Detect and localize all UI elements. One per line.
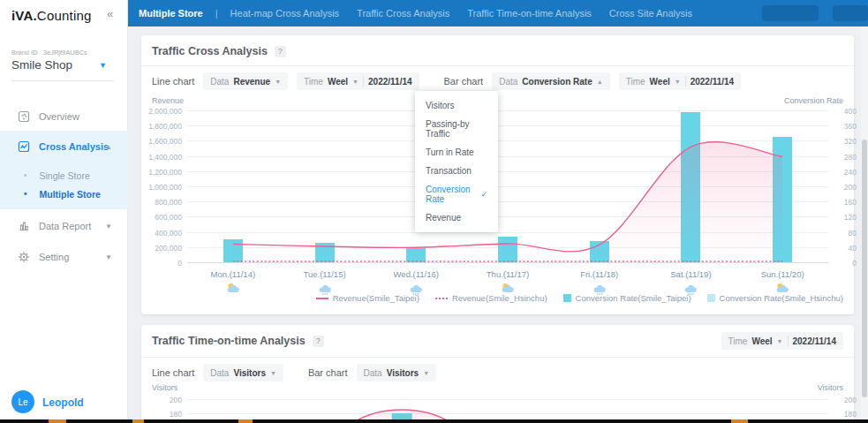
y-tick-label: 600,000 <box>143 213 182 222</box>
app-window: iVA.Counting « Brand ID : 3eJRjf9AUBCs S… <box>0 0 868 423</box>
bottom-edge-accent <box>238 419 253 423</box>
bottom-edge-bar <box>0 419 868 423</box>
sidebar-item-single-store[interactable]: • Single Store <box>0 168 128 184</box>
date-value[interactable]: 2022/11/14 <box>368 77 412 87</box>
sidebar-item-overview[interactable]: Overview <box>0 107 128 126</box>
sidebar-item-multiple-store[interactable]: • Multiple Store <box>0 186 128 202</box>
chevron-down-icon: ▼ <box>675 79 681 85</box>
y-tick-label: 0 <box>143 259 182 268</box>
app-logo: iVA.Counting <box>11 8 92 23</box>
panel-title: Traffic Cross Analysis? <box>152 45 286 57</box>
pill-value: Visitors <box>233 368 266 378</box>
panel2-time-select[interactable]: Time Weel ▼ 2022/11/14 <box>721 332 843 350</box>
logo-bold: iVA. <box>11 8 37 23</box>
tab-heatmap-cross-analysis[interactable]: Heat-map Cross Analysis <box>230 8 340 19</box>
y-tick-label: 160 <box>835 198 857 207</box>
bar-data-select[interactable]: Data Visitors ▼ <box>357 364 437 381</box>
traffic-cross-analysis-panel: Traffic Cross Analysis? Line chart Data … <box>141 35 854 314</box>
dropdown-item[interactable]: Turn in Rate <box>415 143 498 162</box>
bar-data-select[interactable]: Data Conversion Rate ▲ <box>492 72 610 90</box>
dropdown-item[interactable]: Passing-by Traffic <box>415 115 498 143</box>
pill-key: Data <box>210 77 229 87</box>
chevron-down-icon: ▼ <box>270 370 276 376</box>
left-axis-title: Visitors <box>152 383 177 392</box>
chevron-down-icon: ▼ <box>777 338 783 344</box>
tab-cross-site-analysis[interactable]: Cross Site Analysis <box>609 8 692 19</box>
y-tick-label: 360 <box>835 122 857 131</box>
legend-item[interactable]: Conversion Rate(Smile_Taipei) <box>563 293 691 303</box>
line-chart-label: Line chart <box>152 367 194 378</box>
user-name[interactable]: Leopold <box>42 397 84 409</box>
sidebar: iVA.Counting « Brand ID : 3eJRjf9AUBCs S… <box>0 0 128 423</box>
tab-traffic-time-on-time-analysis[interactable]: Traffic Time-on-time Analysis <box>467 8 592 19</box>
dropdown-item-label: Passing-by Traffic <box>426 119 487 139</box>
nav-separator: | <box>215 8 218 19</box>
y-tick-label: 280 <box>835 153 857 162</box>
help-icon[interactable]: ? <box>313 336 324 347</box>
bottom-edge-accent <box>132 419 144 423</box>
divider <box>11 80 114 81</box>
pill-key: Data <box>364 368 382 378</box>
y-tick-label: 320 <box>835 137 857 146</box>
y-tick-label: 400 <box>835 107 857 116</box>
x-axis-label: Fri.(11/18) <box>580 269 618 279</box>
divider <box>141 65 854 66</box>
pill-value: Weel <box>751 336 772 346</box>
help-icon[interactable]: ? <box>275 46 286 57</box>
tab-multiple-store[interactable]: Multiple Store <box>139 8 203 19</box>
header-decoration <box>762 5 819 21</box>
legend-item[interactable]: Revenue(Smile_Taipei) <box>316 293 419 303</box>
y-tick-label: 200 <box>143 396 182 404</box>
legend-item[interactable]: Conversion Rate(Smile_Hsinchu) <box>707 293 843 303</box>
y-tick-label: 40 <box>835 244 857 253</box>
dropdown-item[interactable]: Conversion Rate✓ <box>415 180 498 208</box>
sidebar-item-setting[interactable]: Setting ▼ <box>0 247 128 267</box>
x-axis-label: Wed.(11/16) <box>394 269 439 279</box>
bar-time-select[interactable]: Time Weel ▼ 2022/11/14 <box>619 72 741 90</box>
x-axis-label: Thu.(11/17) <box>487 269 529 279</box>
traffic-time-on-time-panel: Traffic Time-on-time Analysis? Time Weel… <box>141 325 854 423</box>
line-data-select[interactable]: Data Revenue ▼ <box>203 72 288 90</box>
legend-item[interactable]: Revenue(Smile_Hsinchu) <box>435 293 547 303</box>
legend-swatch <box>563 294 571 302</box>
tab-traffic-cross-analysis[interactable]: Traffic Cross Analysis <box>357 8 449 19</box>
y-tick-label: 1,800,000 <box>143 122 182 131</box>
sidebar-item-cross-analysis[interactable]: Cross Analysis ▲ <box>0 137 128 156</box>
pill-value: Weel <box>328 77 348 87</box>
panel-title: Traffic Time-on-time Analysis? <box>152 335 324 347</box>
sidebar-item-data-report[interactable]: Data Report ▼ <box>0 216 128 236</box>
panel-title-text: Traffic Cross Analysis <box>152 45 268 57</box>
page-scrollbar[interactable] <box>861 26 868 423</box>
y-tick-label: 0 <box>835 259 857 268</box>
line-data-select[interactable]: Data Visitors ▼ <box>203 364 283 381</box>
pill-key: Data <box>499 77 517 87</box>
legend-label: Conversion Rate(Smile_Taipei) <box>576 293 691 303</box>
scrollbar-thumb[interactable] <box>862 140 867 397</box>
divider <box>685 76 686 87</box>
dropdown-item[interactable]: Transaction <box>415 162 498 180</box>
cross-analysis-icon <box>18 140 30 153</box>
dropdown-item[interactable]: Visitors <box>415 96 498 115</box>
sidebar-item-label: Cross Analysis <box>39 141 109 152</box>
bottom-edge-accent <box>49 419 66 423</box>
dropdown-item[interactable]: Revenue <box>415 208 498 227</box>
gridline <box>187 262 828 263</box>
date-value[interactable]: 2022/11/14 <box>793 336 837 346</box>
y-tick-label: 1,000,000 <box>143 183 182 192</box>
chevron-down-icon: ▼ <box>105 223 112 230</box>
x-axis-label: Tue.(11/15) <box>304 269 346 279</box>
panel2-time-controls: Time Weel ▼ 2022/11/14 <box>721 332 843 350</box>
line-time-select[interactable]: Time Weel ▼ 2022/11/14 <box>297 72 419 90</box>
y-tick-label: 240 <box>835 168 857 177</box>
sidebar-item-label: Setting <box>39 252 69 262</box>
divider <box>788 336 789 346</box>
data-report-icon <box>18 220 30 232</box>
chevron-up-icon: ▲ <box>105 143 112 151</box>
store-selector[interactable]: Smile Shop <box>11 58 72 72</box>
chevron-down-icon[interactable]: ▼ <box>99 61 107 70</box>
user-avatar[interactable]: Le <box>11 390 34 413</box>
date-value[interactable]: 2022/11/14 <box>691 77 735 87</box>
y-tick-label: 80 <box>835 229 857 238</box>
sidebar-collapse-icon[interactable]: « <box>107 7 113 20</box>
y-tick-label: 2,000,000 <box>143 107 182 116</box>
